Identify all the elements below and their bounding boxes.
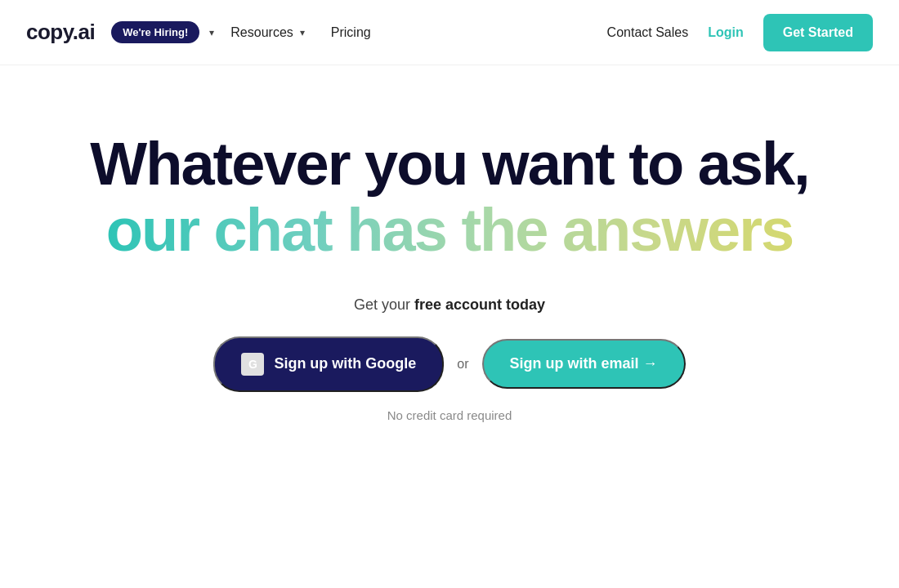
signup-email-button[interactable]: Sign up with email → [482,339,686,389]
signup-google-button[interactable]: G Sign up with Google [213,336,444,392]
resources-dropdown-arrow: ▾ [300,27,305,38]
hero-title-line2: our chat has the answers [106,197,793,263]
login-link[interactable]: Login [708,25,744,40]
hero-title-line1: Whatever you want to ask, [90,131,808,197]
or-label: or [457,357,468,372]
get-started-button[interactable]: Get Started [763,14,873,51]
hiring-badge[interactable]: We're Hiring! [111,21,199,43]
hiring-dropdown-arrow[interactable]: ▾ [209,27,214,38]
hero-subtitle: Get your free account today [354,296,545,314]
nav-right: Contact Sales Login Get Started [607,14,873,51]
pricing-link[interactable]: Pricing [321,19,381,47]
navbar: copy.ai We're Hiring! ▾ Resources ▾ Pric… [0,0,899,65]
contact-sales-link[interactable]: Contact Sales [607,25,689,40]
no-credit-card-text: No credit card required [387,408,512,422]
google-icon: G [241,353,264,376]
logo[interactable]: copy.ai [26,20,95,45]
hero-buttons: G Sign up with Google or Sign up with em… [213,336,685,392]
nav-left: copy.ai We're Hiring! ▾ Resources ▾ Pric… [26,19,607,47]
resources-menu[interactable]: Resources ▾ [221,19,314,47]
hero-section: Whatever you want to ask, our chat has t… [0,65,899,422]
